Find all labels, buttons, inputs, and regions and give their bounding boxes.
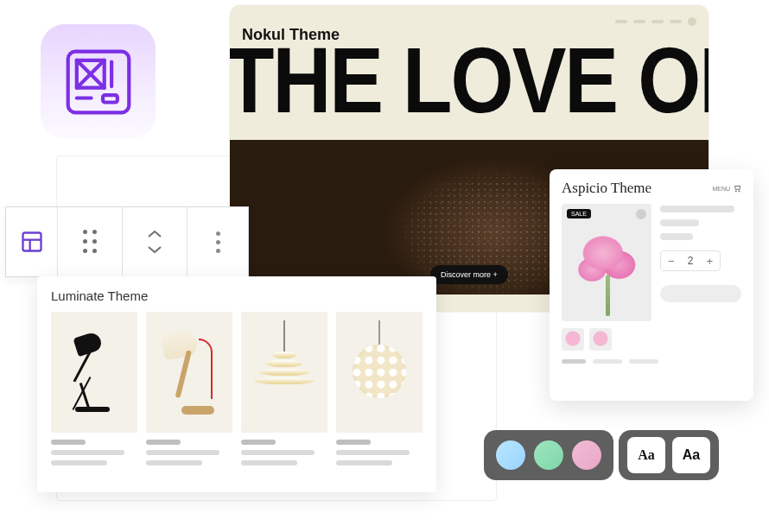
pendant-lamp-icon xyxy=(254,320,315,424)
wireframe-icon xyxy=(62,46,135,118)
placeholder-line xyxy=(660,219,699,226)
more-vertical-icon xyxy=(216,231,220,253)
chevron-down-icon xyxy=(146,244,163,255)
svg-point-10 xyxy=(735,191,736,192)
aspicio-footer-lines xyxy=(562,359,741,364)
svg-rect-6 xyxy=(103,95,118,102)
nokul-label: Nokul Theme xyxy=(242,26,340,44)
add-to-cart-placeholder[interactable] xyxy=(660,285,741,302)
sale-badge: SALE xyxy=(567,209,591,218)
product-tile[interactable] xyxy=(51,312,137,433)
globe-lamp-icon xyxy=(348,320,410,424)
qty-plus-button[interactable]: + xyxy=(706,256,713,267)
product-placeholder-text xyxy=(241,440,327,466)
placeholder-line xyxy=(660,233,693,240)
wishlist-button[interactable] xyxy=(636,209,646,219)
table-lamp-icon xyxy=(159,325,219,420)
luminate-theme-preview[interactable]: Luminate Theme xyxy=(37,276,436,492)
product-tile[interactable] xyxy=(336,312,423,433)
more-options-button[interactable] xyxy=(187,207,248,276)
block-toolbar xyxy=(5,206,249,277)
cart-icon xyxy=(733,184,741,193)
color-swatch-pink[interactable] xyxy=(572,440,601,470)
nokul-nav-placeholder xyxy=(615,17,696,26)
aspicio-menu-corner: MENU xyxy=(712,184,741,193)
font-option-sans[interactable]: Aa xyxy=(672,437,710,473)
qty-minus-button[interactable]: − xyxy=(668,256,675,267)
product-image[interactable]: SALE xyxy=(562,204,651,321)
font-option-serif[interactable]: Aa xyxy=(627,437,665,473)
layout-block-button[interactable] xyxy=(6,207,58,276)
placeholder-line xyxy=(660,206,734,212)
product-placeholder-text xyxy=(146,440,232,466)
chevron-up-icon xyxy=(146,229,163,239)
color-swatch-green[interactable] xyxy=(534,440,563,470)
aspicio-theme-preview[interactable]: Aspicio Theme MENU SALE − 2 + xyxy=(550,169,753,401)
drag-handle[interactable] xyxy=(58,207,123,276)
color-palette-picker[interactable] xyxy=(484,430,613,480)
layout-icon xyxy=(20,230,44,254)
thumbnail[interactable] xyxy=(562,328,584,351)
quantity-stepper[interactable]: − 2 + xyxy=(660,250,721,271)
typography-picker[interactable]: Aa Aa xyxy=(619,430,719,480)
drag-icon xyxy=(83,230,98,254)
luminate-label: Luminate Theme xyxy=(51,288,423,303)
product-tile[interactable] xyxy=(146,312,232,433)
thumbnail[interactable] xyxy=(589,328,612,351)
nokul-headline: THE LOVE OF BREAD xyxy=(230,38,709,124)
desk-lamp-icon xyxy=(68,329,120,415)
svg-rect-7 xyxy=(22,233,41,251)
move-up-down[interactable] xyxy=(123,207,187,276)
nokul-cta-button[interactable]: Discover more + xyxy=(430,265,508,284)
color-swatch-blue[interactable] xyxy=(496,440,525,470)
product-placeholder-text xyxy=(51,440,137,466)
qty-value: 2 xyxy=(688,255,694,267)
design-tool-card xyxy=(41,24,156,139)
product-thumbnails xyxy=(562,328,651,351)
product-placeholder-text xyxy=(336,440,423,466)
aspicio-label: Aspicio Theme xyxy=(562,180,651,197)
svg-point-11 xyxy=(739,191,740,192)
product-tile[interactable] xyxy=(241,312,327,433)
